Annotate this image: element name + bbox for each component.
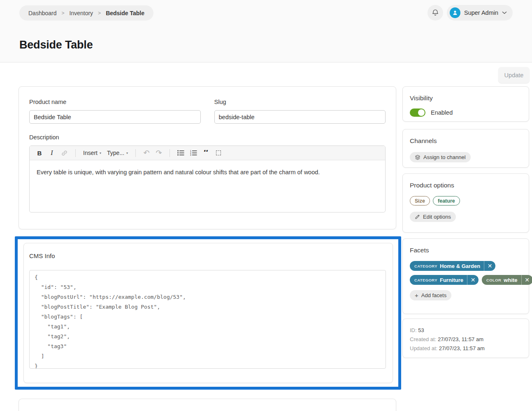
facet-chip-home-garden: CATEGORY Home & Garden ✕ (410, 261, 495, 271)
product-name-input[interactable] (29, 110, 201, 124)
channels-card: Channels Assign to channel (402, 129, 529, 168)
add-facets-button[interactable]: + Add facets (410, 290, 451, 300)
slug-input[interactable] (214, 110, 386, 124)
bell-icon (432, 9, 439, 16)
chevron-down-icon (502, 11, 507, 14)
bold-button[interactable]: B (36, 148, 43, 157)
caret-icon: ▾ (126, 151, 128, 155)
slug-label: Slug (214, 99, 386, 105)
remove-facet-icon[interactable]: ✕ (467, 275, 479, 285)
toolbar-divider (75, 149, 76, 157)
product-detail-page: Dashboard > Inventory > Bedside Table Su… (0, 0, 532, 411)
page-header: Dashboard > Inventory > Bedside Table Su… (0, 0, 532, 62)
description-label: Description (29, 134, 386, 141)
avatar (450, 7, 460, 18)
facet-chip-color-white: COLOR white ✕ (482, 275, 532, 285)
insert-dropdown[interactable]: Insert ▾ (83, 150, 101, 156)
description-editor-content[interactable]: Every table is unique, with varying grai… (30, 160, 385, 184)
remove-facet-icon[interactable]: ✕ (484, 261, 495, 271)
breadcrumb-separator: > (98, 10, 101, 16)
user-name: Super Admin (464, 9, 498, 16)
svg-text:3: 3 (190, 154, 191, 156)
facets-title: Facets (410, 247, 522, 254)
plus-icon: + (415, 292, 418, 299)
entity-updated-row: Updated at: 27/07/23, 11:57 am (410, 344, 522, 353)
remove-facet-icon[interactable]: ✕ (522, 275, 532, 285)
entity-meta-card: ID: 53 Created at: 27/07/23, 11:57 am Up… (402, 319, 529, 358)
product-options-title: Product options (410, 182, 522, 189)
toolbar-divider (170, 149, 170, 157)
product-options-card: Product options Size feature Edit option… (402, 173, 529, 233)
link-icon[interactable] (61, 148, 68, 157)
visibility-toggle-label: Enabled (431, 109, 453, 116)
user-menu[interactable]: Super Admin (447, 5, 513, 21)
breadcrumb-dashboard[interactable]: Dashboard (28, 10, 57, 16)
redo-icon[interactable]: ↷ (156, 148, 162, 157)
edit-options-button[interactable]: Edit options (410, 212, 456, 222)
description-editor: B I Insert ▾ Type... ▾ ↶ ↷ (29, 145, 386, 212)
caret-icon: ▾ (100, 151, 101, 155)
undo-icon[interactable]: ↶ (143, 148, 150, 157)
visibility-card: Visibility Enabled (402, 86, 529, 122)
bullet-list-icon[interactable] (177, 148, 184, 157)
option-chip-size: Size (410, 196, 430, 206)
toolbar-divider (135, 149, 136, 157)
ordered-list-icon[interactable]: 123 (190, 148, 197, 157)
cms-info-label: CMS Info (29, 252, 383, 259)
option-chip-feature: feature (433, 196, 460, 206)
cms-info-json-textarea[interactable]: { "id": "53", "blogPostUrl": "https://ex… (29, 270, 386, 369)
product-name-field-group: Product name (29, 99, 201, 124)
breadcrumb-separator: > (62, 10, 65, 16)
breadcrumb-inventory[interactable]: Inventory (70, 10, 93, 16)
italic-button[interactable]: I (49, 148, 55, 157)
type-dropdown[interactable]: Type... ▾ (107, 150, 128, 156)
next-section-card (19, 399, 396, 411)
product-details-card: Product name Slug Description B I Insert… (19, 86, 396, 229)
facets-card: Facets CATEGORY Home & Garden ✕ CATEGORY… (402, 238, 529, 314)
product-name-label: Product name (29, 99, 201, 105)
facet-chip-furniture: CATEGORY Furniture ✕ (410, 275, 479, 285)
raw-html-icon[interactable] (215, 148, 222, 157)
cms-info-card: CMS Info { "id": "53", "blogPostUrl": "h… (23, 243, 393, 383)
assign-to-channel-button[interactable]: Assign to channel (410, 152, 471, 162)
visibility-toggle[interactable] (410, 109, 425, 117)
page-title: Bedside Table (19, 39, 93, 51)
layers-icon (415, 155, 420, 160)
entity-created-row: Created at: 27/07/23, 11:57 am (410, 335, 522, 344)
notifications-button[interactable] (427, 5, 443, 21)
breadcrumb: Dashboard > Inventory > Bedside Table (19, 5, 153, 21)
channels-title: Channels (410, 137, 522, 145)
update-button[interactable]: Update (498, 67, 530, 83)
slug-field-group: Slug (214, 99, 386, 124)
editor-toolbar: B I Insert ▾ Type... ▾ ↶ ↷ (30, 146, 385, 160)
cms-info-highlight: CMS Info { "id": "53", "blogPostUrl": "h… (15, 236, 401, 390)
blockquote-icon[interactable]: “ (203, 150, 209, 156)
entity-id-row: ID: 53 (410, 326, 522, 335)
visibility-title: Visibility (410, 95, 522, 102)
breadcrumb-current: Bedside Table (106, 10, 144, 16)
pencil-icon (415, 214, 420, 219)
